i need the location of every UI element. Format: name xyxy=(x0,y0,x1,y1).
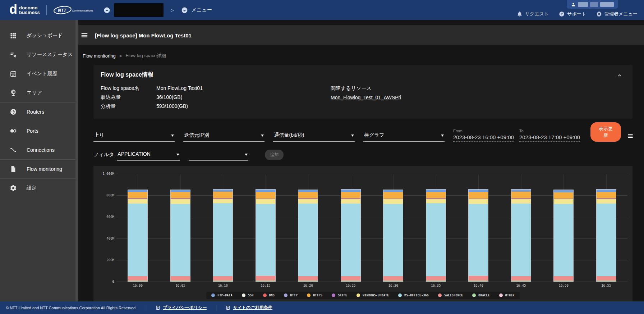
sidebar-item-ports[interactable]: Ports xyxy=(0,121,75,140)
https-segment xyxy=(256,192,275,198)
legend-item-ms-office-365[interactable]: ms-office-365 xyxy=(398,293,429,297)
ftp-data-segment xyxy=(171,190,190,192)
ms-office-365-segment xyxy=(298,204,318,276)
collapse-panel-button[interactable] xyxy=(617,73,622,80)
user-badge[interactable] xyxy=(567,0,618,9)
stacked-bar-16:00[interactable] xyxy=(128,190,148,282)
nav-link-support[interactable]: ?サポート xyxy=(559,11,586,17)
vertical-scrollbar[interactable] xyxy=(75,20,78,301)
area-icon xyxy=(9,89,17,96)
ftp-data-segment xyxy=(554,190,573,192)
sidebar-item-label: Ports xyxy=(27,128,38,134)
sidebar-item-settings[interactable]: 設定 xyxy=(0,178,75,197)
filter-value-select[interactable] xyxy=(189,151,248,161)
metric-select[interactable]: 通信量(bit/秒) xyxy=(273,132,354,142)
oracle-segment xyxy=(554,281,573,281)
ms-office-365-segment xyxy=(554,204,573,276)
bar-slot xyxy=(415,174,457,282)
hamburger-menu-icon[interactable] xyxy=(80,31,88,39)
sidebar-item-dashboard[interactable]: ダッシュボード xyxy=(0,26,75,45)
salesforce-segment xyxy=(171,276,190,281)
legend-item-ftp-data[interactable]: ftp-data xyxy=(211,293,233,297)
chart-options-menu-icon[interactable] xyxy=(627,132,634,140)
contract-selector-redacted[interactable] xyxy=(114,3,164,17)
legend-dot xyxy=(284,293,288,297)
related-resource-link[interactable]: Mon_Flowlog_Test_01_AWSPri xyxy=(331,95,401,100)
sidebar-item-event-history[interactable]: イベント履歴 xyxy=(0,64,75,83)
salesforce-segment xyxy=(511,276,531,281)
legend-item-dns[interactable]: dns xyxy=(263,293,275,297)
from-datetime-field[interactable]: From 2023-08-23 16:00 +09:00 xyxy=(453,129,514,142)
breadcrumb-parent-link[interactable]: Flow monitoring xyxy=(83,53,116,59)
windows-update-segment xyxy=(511,199,531,204)
nav-link-admin-menu[interactable]: 管理者メニュー xyxy=(596,11,638,17)
legend-item-salesforce[interactable]: salesforce xyxy=(438,293,463,297)
footer-link-label: サイトのご利用条件 xyxy=(233,305,272,311)
groupby-select[interactable]: 送信元IP別 xyxy=(183,132,264,142)
related-resources: 関連するリソース Mon_Flowlog_Test_01_AWSPri xyxy=(331,85,401,112)
oracle-segment xyxy=(298,281,318,281)
stacked-bar-16:10[interactable] xyxy=(213,189,233,282)
legend-item-windows-update[interactable]: windows-update xyxy=(356,293,389,297)
legend-item-oracle[interactable]: oracle xyxy=(472,293,489,297)
legend-item-ssh[interactable]: ssh xyxy=(242,293,254,297)
footer-link-terms[interactable]: サイトのご利用条件 xyxy=(226,305,272,311)
legend-dot xyxy=(332,293,335,297)
sidebar-item-resource-status[interactable]: リソースステータス xyxy=(0,45,75,64)
legend-item-other[interactable]: other xyxy=(499,293,515,297)
x-tick-label: 16:35 xyxy=(415,284,457,287)
legend-item-skype[interactable]: skype xyxy=(332,293,347,297)
refresh-display-button[interactable]: 表示更新 xyxy=(590,122,621,142)
y-tick-label: 0 xyxy=(112,280,114,283)
https-segment xyxy=(597,192,616,198)
add-filter-button[interactable]: 追加 xyxy=(265,150,284,160)
stacked-bar-16:20[interactable] xyxy=(298,190,318,282)
windows-update-segment xyxy=(213,199,233,204)
stacked-bar-16:15[interactable] xyxy=(256,189,276,282)
chart-type-select[interactable]: 棒グラフ xyxy=(363,132,445,142)
docomo-business-logo: d docomo business xyxy=(9,5,40,15)
legend-label: salesforce xyxy=(444,294,463,297)
stacked-bar-16:25[interactable] xyxy=(341,189,361,282)
sidebar-item-routers[interactable]: Routers xyxy=(0,102,75,121)
bar-slot xyxy=(116,174,159,282)
resource-status-icon xyxy=(9,51,17,58)
info-field-row: 分析量593/1000(GB) xyxy=(101,103,331,110)
oracle-segment xyxy=(426,281,446,281)
footer-link-privacy[interactable]: プライバシーポリシー xyxy=(156,305,207,311)
windows-update-segment xyxy=(597,199,616,204)
svg-text:NTT: NTT xyxy=(58,8,67,13)
direction-select[interactable]: 上り xyxy=(93,132,175,142)
breadcrumb-current: Flow log space詳細 xyxy=(125,53,166,59)
salesforce-segment xyxy=(341,276,360,281)
footer-link-label: プライバシーポリシー xyxy=(163,305,207,311)
filter-type-select[interactable]: APPLICATION xyxy=(117,151,180,161)
legend-item-http[interactable]: http xyxy=(284,293,298,297)
https-segment xyxy=(213,192,233,198)
legend-item-https[interactable]: https xyxy=(307,293,322,297)
menu-dropdown[interactable]: メニュー xyxy=(192,7,212,13)
stacked-bar-16:45[interactable] xyxy=(511,189,531,282)
from-label: From xyxy=(453,129,514,133)
stacked-bar-16:35[interactable] xyxy=(426,189,446,282)
stacked-bar-16:50[interactable] xyxy=(553,190,574,282)
stacked-bar-16:30[interactable] xyxy=(383,190,403,282)
bar-slot xyxy=(500,174,543,282)
page-layout: ダッシュボードリソースステータスイベント履歴エリアRoutersPortsCon… xyxy=(0,20,644,301)
https-segment xyxy=(298,192,318,198)
sidebar-item-connections[interactable]: Connections xyxy=(0,140,75,159)
chart-legend: ftp-datasshdnshttphttpsskypewindows-upda… xyxy=(93,292,632,299)
to-datetime-field[interactable]: To 2023-08-23 17:00 +09:00 xyxy=(519,129,580,142)
nav-link-request[interactable]: リクエスト xyxy=(517,11,549,17)
info-fields: Flow log space名Mon FlowLog Test01取込み量36/… xyxy=(101,85,331,112)
chevron-down-icon xyxy=(351,135,354,138)
sidebar-item-flow-monitoring[interactable]: Flow monitoring xyxy=(0,159,75,178)
sidebar-item-area[interactable]: エリア xyxy=(0,83,75,102)
legend-label: dns xyxy=(269,294,275,297)
filter-row: フィルタ APPLICATION 追加 xyxy=(93,150,634,161)
info-field-label: 分析量 xyxy=(101,103,156,110)
stacked-bar-16:40[interactable] xyxy=(468,189,488,282)
stacked-bar-16:05[interactable] xyxy=(170,190,190,282)
stacked-bar-16:55[interactable] xyxy=(596,189,616,282)
legend-dot xyxy=(242,293,245,297)
